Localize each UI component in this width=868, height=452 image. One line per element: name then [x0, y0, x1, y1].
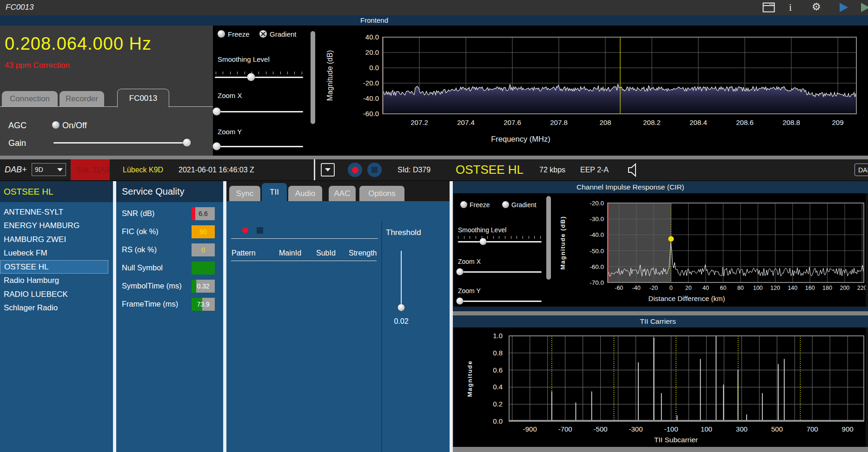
svg-text:0.0: 0.0 [369, 64, 379, 72]
ppm-correction: 43 ppm Correction [5, 61, 70, 70]
svg-text:-100: -100 [664, 425, 678, 433]
svg-text:-40: -40 [632, 285, 641, 291]
table-header-underline [231, 261, 377, 261]
channel-value: 9D [35, 166, 43, 173]
agc-label: AGC [8, 121, 27, 131]
quality-label: SNR (dB) [122, 209, 155, 218]
station-item[interactable]: OSTSEE HL [0, 260, 108, 274]
spectrum-chart-panel: 40.020.00.0-20.0-40.0-60.0207.2207.4207.… [323, 26, 868, 156]
settings-icon[interactable]: ⚙ [812, 1, 821, 13]
station-item[interactable]: Luebeck FM [0, 247, 113, 260]
gradient-radio-checked[interactable] [259, 30, 267, 38]
play-icon[interactable] [840, 3, 848, 12]
svg-text:-60: -60 [615, 285, 623, 291]
table-header-strength[interactable]: Strength [349, 249, 377, 257]
protection-label: EEP 2-A [580, 159, 609, 180]
table-header-subid[interactable]: SubId [316, 249, 336, 257]
dab-badge: DAB [855, 164, 868, 176]
zoom-y-slider-knob[interactable] [212, 143, 220, 151]
station-item[interactable]: Schlager Radio [0, 301, 113, 315]
expand-button[interactable] [321, 163, 335, 177]
gain-slider-knob[interactable] [183, 139, 191, 147]
tuner-tab-fc0013[interactable]: FC0013 [117, 89, 169, 107]
zoom-x-slider-knob[interactable] [212, 108, 220, 116]
tii-title: TII Carriers [640, 317, 676, 326]
smoothing-slider-knob[interactable] [247, 73, 255, 81]
detail-tab-sync[interactable]: Sync [229, 186, 260, 201]
station-item[interactable]: ENERGY HAMBURG [0, 219, 113, 233]
svg-text:208.6: 208.6 [736, 118, 754, 126]
svg-text:100: 100 [753, 285, 763, 291]
station-item[interactable]: HAMBURG ZWEI [0, 233, 113, 246]
horizontal-splitter[interactable] [453, 311, 868, 315]
green-play-icon[interactable] [861, 3, 868, 12]
spectrum-chart[interactable]: 40.020.00.0-20.0-40.0-60.0207.2207.4207.… [323, 26, 868, 156]
svg-text:1.0: 1.0 [493, 332, 503, 340]
svg-text:-50.0: -50.0 [590, 248, 604, 255]
svg-text:207.8: 207.8 [550, 118, 568, 126]
agc-radio[interactable] [52, 121, 60, 129]
panel-separator[interactable] [223, 181, 226, 452]
frontend-scrollbar[interactable] [311, 31, 315, 124]
record-button[interactable] [348, 163, 362, 177]
freeze-label: Freeze [228, 30, 250, 38]
window-icon[interactable] [762, 2, 775, 14]
bottom-scrollbar[interactable] [453, 447, 868, 452]
station-list-header: OSTSEE HL [0, 181, 113, 202]
service-quality-header: Service Quality [116, 181, 223, 202]
svg-text:Magnitude: Magnitude [466, 360, 473, 397]
speaker-icon[interactable] [628, 159, 640, 180]
smoothing-slider[interactable] [215, 77, 303, 78]
cir-header: Channel Impulse Response (CIR) [453, 181, 868, 193]
svg-text:208.8: 208.8 [782, 118, 800, 126]
gain-slider[interactable] [53, 142, 187, 144]
service-quality-panel: Service Quality SNR (dB)6.6FIC (ok %)90R… [116, 181, 223, 452]
cir-chart[interactable]: -20.0-30.0-40.0-50.0-60.0-70.0-60-40-200… [454, 193, 866, 307]
horizontal-splitter[interactable] [0, 156, 868, 159]
dab-status-bar: DAB+ 9D EId: 11A3 Lübeck K9D 2021-06-01 … [0, 159, 868, 180]
threshold-slider[interactable] [401, 251, 402, 311]
stop-button[interactable] [367, 163, 382, 177]
threshold-slider-knob[interactable] [398, 304, 405, 311]
tuner-tab-connection[interactable]: Connection [2, 91, 58, 106]
detail-tab-audio[interactable]: Audio [288, 186, 322, 201]
zoom-y-slider[interactable] [215, 146, 303, 147]
station-item[interactable]: Radio Hamburg [0, 274, 113, 288]
quality-value: 73.9 [192, 298, 215, 311]
application-window: FC0013 i ⚙ Frontend 0.208.064.000 Hz 43 … [0, 0, 868, 452]
datetime-display: 2021-06-01 16:46:03 Z [179, 159, 254, 180]
station-item[interactable]: ANTENNE-SYLT [0, 205, 113, 219]
panel-separator[interactable] [113, 181, 116, 452]
cir-bottom-gap [453, 307, 868, 311]
detail-tab-options[interactable]: Options [359, 186, 404, 201]
bitrate-label: 72 kbps [539, 159, 565, 180]
cir-panel: Freeze Gradient Smoothing Level Zoom X Z… [454, 193, 866, 307]
svg-text:-70.0: -70.0 [590, 279, 604, 286]
detail-tab-tii[interactable]: TII [262, 183, 287, 201]
quality-label: RS (ok %) [122, 245, 157, 254]
tuner-tab-recorder[interactable]: Recorder [60, 91, 104, 106]
channel-dropdown[interactable]: 9D [32, 163, 66, 176]
smoothing-label: Smoothing Level [218, 55, 270, 63]
frontend-title: Frontend [360, 16, 388, 24]
table-header-pattern[interactable]: Pattern [232, 249, 256, 257]
table-header-mainid[interactable]: MainId [279, 249, 301, 257]
zoom-x-slider[interactable] [215, 111, 303, 112]
quality-label: FIC (ok %) [122, 227, 159, 236]
svg-text:0.8: 0.8 [493, 349, 503, 357]
svg-text:120: 120 [770, 285, 780, 291]
tii-legend-square [257, 227, 263, 234]
info-icon[interactable]: i [789, 1, 792, 13]
chevron-down-icon [57, 168, 63, 171]
station-item[interactable]: RADIO LUEBECK [0, 288, 113, 301]
freeze-radio[interactable] [218, 30, 225, 38]
quality-label: Null Symbol [122, 263, 163, 272]
tii-chart[interactable]: 0.00.20.40.60.81.0-900-700-500-300-10010… [454, 328, 866, 447]
chevron-down-icon [325, 168, 331, 171]
svg-text:160: 160 [805, 285, 815, 291]
panel-separator[interactable] [450, 181, 453, 452]
svg-text:200: 200 [840, 285, 849, 291]
detail-tab-aac[interactable]: AAC [329, 186, 356, 201]
titlebar: FC0013 i ⚙ [0, 0, 868, 15]
quality-value: 0 [192, 243, 215, 256]
